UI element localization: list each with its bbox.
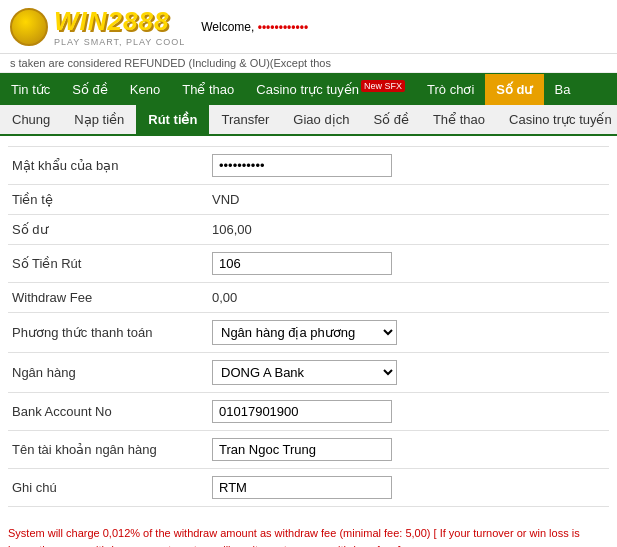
field-account-no: Bank Account No [8, 393, 609, 431]
subnav-rut-tien[interactable]: Rút tiền [136, 105, 209, 134]
footer-note: System will charge 0,012% of the withdra… [0, 517, 617, 547]
select-payment-method[interactable]: Ngân hàng địa phương [212, 320, 397, 345]
field-amount: Số Tiền Rút [8, 245, 609, 283]
field-currency: Tiền tệ VND [8, 185, 609, 215]
new-sfx-badge: New SFX [361, 80, 405, 92]
subnav-the-thao[interactable]: Thể thao [421, 105, 497, 134]
select-bank[interactable]: DONG A Bank [212, 360, 397, 385]
field-account-name: Tên tài khoản ngân hàng [8, 431, 609, 469]
field-bank: Ngân hàng DONG A Bank [8, 353, 609, 393]
value-fee: 0,00 [212, 290, 237, 305]
label-bank: Ngân hàng [12, 365, 212, 380]
label-account-no: Bank Account No [12, 404, 212, 419]
value-balance: 106,00 [212, 222, 252, 237]
nav-so-du[interactable]: Số dư [485, 74, 543, 105]
subnav-casino[interactable]: Casino trực tuyến [497, 105, 617, 134]
nav-the-thao[interactable]: Thể thao [171, 74, 245, 105]
label-account-name: Tên tài khoản ngân hàng [12, 442, 212, 457]
field-payment-method: Phương thức thanh toán Ngân hàng địa phư… [8, 313, 609, 353]
nav-casino[interactable]: Casino trực tuyếnNew SFX [245, 73, 416, 105]
welcome-label: Welcome, [201, 20, 254, 34]
label-note: Ghi chú [12, 480, 212, 495]
logo-area: WIN2888 PLAY SMART, PLAY COOL [10, 6, 185, 47]
welcome-name: •••••••••••• [258, 20, 308, 34]
input-note[interactable] [212, 476, 392, 499]
subnav-transfer[interactable]: Transfer [209, 105, 281, 134]
header: WIN2888 PLAY SMART, PLAY COOL Welcome, •… [0, 0, 617, 54]
main-nav: Tin tức Số đề Keno Thể thao Casino trực … [0, 73, 617, 105]
logo-sub: PLAY SMART, PLAY COOL [54, 37, 185, 47]
logo-icon [10, 8, 48, 46]
notice-text: s taken are considered REFUNDED (Includi… [10, 57, 331, 69]
label-payment-method: Phương thức thanh toán [12, 325, 212, 340]
field-balance: Số dư 106,00 [8, 215, 609, 245]
subnav-so-de[interactable]: Số đề [361, 105, 421, 134]
label-password: Mật khẩu của bạn [12, 158, 212, 173]
value-currency: VND [212, 192, 239, 207]
field-note: Ghi chú [8, 469, 609, 507]
label-fee: Withdraw Fee [12, 290, 212, 305]
welcome-area: Welcome, •••••••••••• [201, 20, 308, 34]
input-account-no[interactable] [212, 400, 392, 423]
field-fee: Withdraw Fee 0,00 [8, 283, 609, 313]
field-password: Mật khẩu của bạn [8, 146, 609, 185]
subnav-giao-dich[interactable]: Giao dịch [281, 105, 361, 134]
subnav-chung[interactable]: Chung [0, 105, 62, 134]
label-amount: Số Tiền Rút [12, 256, 212, 271]
nav-tin-tuc[interactable]: Tin tức [0, 74, 61, 105]
label-currency: Tiền tệ [12, 192, 212, 207]
footer-note-text: System will charge 0,012% of the withdra… [8, 527, 580, 547]
nav-tro-choi[interactable]: Trò chơi [416, 74, 485, 105]
subnav-nap-tien[interactable]: Nạp tiền [62, 105, 136, 134]
nav-so-de[interactable]: Số đề [61, 74, 119, 105]
sub-nav: Chung Nạp tiền Rút tiền Transfer Giao dị… [0, 105, 617, 136]
logo-text: WIN2888 [54, 6, 185, 37]
label-balance: Số dư [12, 222, 212, 237]
input-account-name[interactable] [212, 438, 392, 461]
withdraw-form: Mật khẩu của bạn Tiền tệ VND Số dư 106,0… [0, 136, 617, 517]
nav-keno[interactable]: Keno [119, 74, 171, 105]
notice-bar: s taken are considered REFUNDED (Includi… [0, 54, 617, 73]
input-amount[interactable] [212, 252, 392, 275]
logo-text-area: WIN2888 PLAY SMART, PLAY COOL [54, 6, 185, 47]
input-password[interactable] [212, 154, 392, 177]
nav-ba[interactable]: Ba [544, 74, 582, 105]
